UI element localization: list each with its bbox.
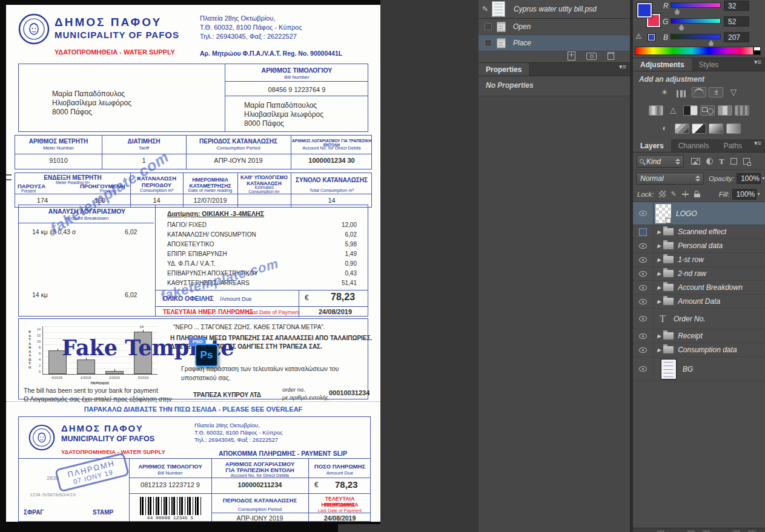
expand-triangle-icon[interactable]: ▶ — [657, 333, 661, 339]
new-snapshot-camera-icon[interactable] — [586, 53, 597, 60]
no-properties-label: No Properties — [486, 81, 534, 90]
threshold-icon[interactable] — [692, 123, 706, 134]
expand-triangle-icon[interactable]: ▶ — [657, 257, 661, 263]
history-state-open[interactable]: Open — [479, 19, 630, 35]
lock-all-padlock-icon[interactable] — [694, 191, 700, 197]
lock-transparency-icon[interactable] — [659, 191, 666, 197]
layer-row-1st-row[interactable]: ▶ 1-st row — [633, 253, 765, 267]
channel-mixer-icon[interactable] — [718, 105, 732, 116]
selective-color-icon[interactable] — [726, 123, 741, 134]
tab-layers[interactable]: Layers — [633, 139, 671, 152]
tab-adjustments[interactable]: Adjustments — [633, 58, 692, 71]
visibility-toggle[interactable] — [633, 225, 654, 238]
document-canvas[interactable]: ΔΗΜΟΣ ΠΑΦΟΥ MUNICIPALITY OF PAFOS ΥΔΑΤΟΠ… — [0, 0, 380, 532]
vibrance-icon[interactable]: ▽ — [726, 87, 741, 97]
lock-position-move-icon[interactable] — [682, 191, 689, 197]
slip-addr-3: Τηλ.: 26943045, Φαξ : 26222527 — [194, 436, 278, 443]
layer-row-logo[interactable]: LOGO — [633, 202, 765, 225]
visibility-toggle[interactable] — [633, 239, 654, 252]
spectrum-black-swatch[interactable] — [753, 51, 761, 55]
present-label-en: Present — [21, 189, 36, 193]
visibility-toggle[interactable] — [633, 343, 654, 356]
eye-icon — [639, 243, 647, 249]
tariff-label-en: Tariff — [102, 145, 186, 151]
color-lookup-icon[interactable] — [735, 105, 749, 116]
foreground-color-swatch[interactable] — [637, 2, 652, 18]
panel-menu-icon[interactable]: ▾≡ — [619, 63, 626, 76]
layer-row-receipt[interactable]: ▶ Receipt — [633, 329, 765, 343]
levels-icon[interactable] — [675, 87, 689, 97]
color-balance-icon[interactable]: △ — [666, 105, 680, 116]
red-slider-label: R — [663, 2, 669, 10]
gradient-map-icon[interactable] — [709, 123, 723, 134]
adjustment-layer-filter-icon[interactable] — [706, 158, 713, 165]
smart-object-filter-icon[interactable] — [743, 158, 750, 165]
history-source-checkbox[interactable] — [485, 39, 492, 47]
layer-row-order-no[interactable]: T Order No. — [633, 309, 765, 329]
shape-layer-filter-icon[interactable] — [730, 158, 737, 165]
tab-paths[interactable]: Paths — [716, 139, 749, 152]
history-snapshot-row[interactable]: ✎ Cyprus water utlty bill.psd — [479, 0, 630, 19]
read-date-value: 12/07/2019 — [183, 197, 237, 204]
tab-properties[interactable]: Properties — [479, 63, 529, 76]
visibility-toggle[interactable] — [633, 202, 654, 225]
history-brush-icon[interactable]: ✎ — [482, 5, 488, 13]
history-state-place[interactable]: Place — [479, 35, 630, 51]
visibility-toggle[interactable] — [633, 281, 654, 294]
visibility-toggle[interactable] — [633, 267, 654, 280]
new-document-from-state-icon[interactable] — [568, 51, 575, 61]
panel-menu-icon[interactable]: ▾≡ — [754, 139, 761, 152]
panel-menu-icon[interactable]: ▾≡ — [754, 58, 761, 71]
red-slider[interactable] — [671, 2, 721, 8]
layer-row-scanned-effect[interactable]: ▶ Scanned effect — [633, 225, 765, 239]
expand-triangle-icon[interactable]: ▶ — [657, 229, 661, 235]
cons-label-en: Consumption m³ — [130, 188, 183, 193]
blend-mode-dropdown[interactable]: Normal — [636, 172, 704, 185]
tab-styles[interactable]: Styles — [692, 58, 726, 71]
layer-row-consumption-data[interactable]: ▶ Consumption data — [633, 343, 765, 357]
photo-filter-icon[interactable] — [700, 105, 715, 116]
blue-slider[interactable] — [671, 34, 721, 39]
hue-saturation-icon[interactable] — [649, 105, 663, 116]
opacity-dropdown-arrow-icon[interactable]: ▾ — [762, 176, 764, 181]
visibility-toggle[interactable] — [633, 253, 654, 266]
invert-icon[interactable]: ◐ — [657, 123, 672, 134]
red-value-field[interactable]: 32 — [724, 1, 749, 11]
layer-row-bg[interactable]: BG — [633, 357, 765, 381]
tab-channels[interactable]: Channels — [671, 139, 717, 152]
layer-row-amount-data[interactable]: ▶ Amount Data — [633, 295, 765, 309]
layer-row-2nd-raw[interactable]: ▶ 2-nd raw — [633, 267, 765, 281]
layer-row-account-breakdown[interactable]: ▶ Account Breakdown — [633, 281, 765, 295]
blue-value-field[interactable]: 207 — [724, 32, 749, 42]
spectrum-white-swatch[interactable] — [753, 47, 761, 51]
expand-triangle-icon[interactable]: ▶ — [657, 299, 661, 304]
color-spectrum-ramp[interactable] — [635, 47, 753, 55]
green-slider[interactable] — [671, 18, 721, 24]
expand-triangle-icon[interactable]: ▶ — [657, 285, 661, 291]
pixel-layer-filter-icon[interactable] — [691, 158, 700, 165]
visibility-toggle[interactable] — [633, 309, 654, 329]
brightness-contrast-icon[interactable]: ☀ — [657, 87, 672, 97]
gamut-warning-icon[interactable]: ⚠ — [635, 32, 642, 41]
gamut-swatch[interactable] — [647, 33, 655, 41]
expand-triangle-icon[interactable]: ▶ — [657, 347, 661, 353]
visibility-toggle[interactable] — [633, 295, 654, 308]
history-source-checkbox[interactable] — [485, 23, 492, 30]
layer-row-personal-data[interactable]: ▶ Personal data — [633, 239, 765, 253]
fill-field[interactable]: 100% — [732, 189, 757, 200]
lock-pixels-brush-icon[interactable]: ✎ — [671, 190, 677, 198]
kind-filter-dropdown[interactable]: Kind — [637, 155, 684, 168]
curves-icon[interactable] — [692, 87, 706, 97]
visibility-toggle[interactable] — [633, 357, 654, 381]
black-white-icon[interactable] — [683, 105, 698, 116]
type-layer-filter-icon[interactable]: T — [719, 157, 724, 166]
green-value-field[interactable]: 52 — [724, 16, 749, 27]
expand-triangle-icon[interactable]: ▶ — [657, 243, 661, 249]
expand-triangle-icon[interactable]: ▶ — [657, 271, 661, 277]
posterize-icon[interactable] — [675, 123, 689, 134]
visibility-toggle[interactable] — [633, 329, 654, 343]
opacity-field[interactable]: 100% — [737, 173, 761, 184]
exposure-icon[interactable]: ± — [709, 87, 723, 97]
fill-dropdown-arrow-icon[interactable]: ▾ — [758, 191, 760, 197]
delete-state-trash-icon[interactable] — [608, 52, 614, 60]
